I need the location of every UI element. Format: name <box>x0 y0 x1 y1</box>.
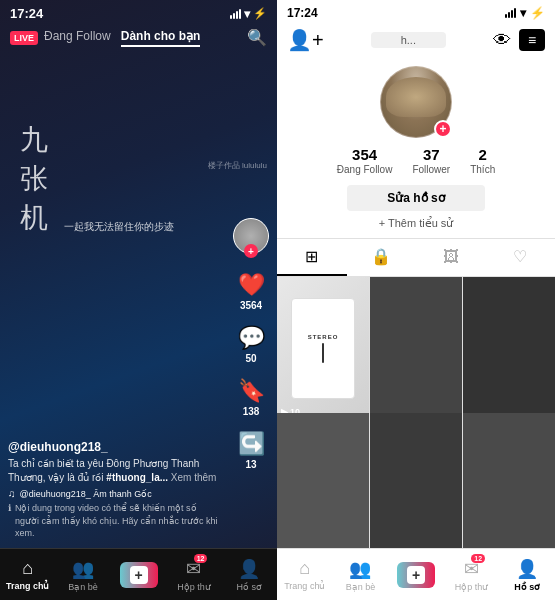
right-status-icons: ▾ ⚡ <box>505 6 545 20</box>
profile-plus-icon[interactable]: + <box>434 120 452 138</box>
photo-icon: 🖼 <box>443 248 459 266</box>
add-bio-button[interactable]: + Thêm tiểu sử <box>379 217 454 230</box>
right-nav-profile[interactable]: 👤 Hồ sơ <box>499 558 555 592</box>
stats-row: 354 Đang Follow 37 Follower 2 Thích <box>287 146 545 175</box>
following-label: Đang Follow <box>337 164 393 175</box>
r-plus-icon: + <box>407 566 425 584</box>
left-panel: 17:24 ▾ ⚡ LIVE Đang Follow Dành cho bạn … <box>0 0 277 600</box>
sound-name[interactable]: @dieuhuong218_ Âm thanh Gốc <box>20 489 152 499</box>
right-time: 17:24 <box>287 6 318 20</box>
comment-action[interactable]: 💬 50 <box>238 325 265 364</box>
profile-label: Hồ sơ <box>237 582 263 592</box>
r-add-button[interactable]: + <box>397 562 435 588</box>
video-thumbnail-3[interactable] <box>463 277 555 420</box>
like-action[interactable]: ❤️ 3564 <box>238 272 265 311</box>
video-thumbnail-6[interactable] <box>463 413 555 548</box>
tab-for-you[interactable]: Dành cho bạn <box>121 29 201 47</box>
following-count: 354 <box>352 146 377 163</box>
share-count: 13 <box>245 459 256 470</box>
video-description: Ta chỉ cần biết ta yêu Đông Phương Thanh… <box>8 457 222 485</box>
earphone-cord <box>322 343 324 363</box>
r-home-label: Trang chủ <box>284 581 325 591</box>
right-nav-add[interactable]: + <box>388 562 444 588</box>
eye-icon[interactable]: 👁 <box>493 30 511 51</box>
tab-following[interactable]: Đang Follow <box>44 29 111 47</box>
followers-label: Follower <box>412 164 450 175</box>
left-nav-add[interactable]: + <box>111 562 166 588</box>
friends-label: Bạn bè <box>68 582 98 592</box>
video-thumbnail-5[interactable] <box>370 413 462 548</box>
left-status-icons: ▾ ⚡ <box>230 7 267 21</box>
r-home-icon: ⌂ <box>299 558 310 579</box>
inbox-label: Hộp thư <box>177 582 211 592</box>
comment-count: 50 <box>245 353 256 364</box>
r-friends-label: Bạn bè <box>346 582 376 592</box>
comment-icon: 💬 <box>238 325 265 351</box>
left-nav-home[interactable]: ⌂ Trang chủ <box>0 558 55 591</box>
tab-grid[interactable]: ⊞ <box>277 239 347 276</box>
profile-icon: 👤 <box>238 558 260 580</box>
add-button[interactable]: + <box>120 562 158 588</box>
video-username[interactable]: @dieuhuong218_ <box>8 440 222 454</box>
right-top-icons: 👁 ≡ <box>493 29 545 51</box>
hashtag[interactable]: #thuong_la... <box>106 472 168 483</box>
tab-photo[interactable]: 🖼 <box>416 239 486 276</box>
menu-button[interactable]: ≡ <box>519 29 545 51</box>
username-display: h... <box>371 32 446 48</box>
left-nav-friends[interactable]: 👥 Bạn bè <box>55 558 110 592</box>
see-more-link[interactable]: Xem thêm <box>171 472 217 483</box>
bookmark-count: 138 <box>243 406 260 417</box>
search-icon[interactable]: 🔍 <box>247 28 267 47</box>
warning-row: ℹ Nội dung trong video có thể sẽ khiến m… <box>8 502 222 540</box>
content-tabs: ⊞ 🔒 🖼 ♡ <box>277 238 555 277</box>
follow-plus-icon[interactable]: + <box>244 244 258 258</box>
watermark: 楼子作品 lulululu <box>208 160 267 171</box>
signal-icon <box>230 9 241 19</box>
left-nav-inbox[interactable]: ✉ 12 Hộp thư <box>166 558 221 592</box>
battery-icon: ⚡ <box>253 7 267 20</box>
heart-icon: ❤️ <box>238 272 265 298</box>
likes-label: Thích <box>470 164 495 175</box>
likes-count: 2 <box>479 146 487 163</box>
tab-heart[interactable]: ♡ <box>486 239 556 276</box>
profile-add-icon[interactable]: 👤+ <box>287 28 324 52</box>
share-action[interactable]: ↪️ 13 <box>238 431 265 470</box>
r-inbox-label: Hộp thư <box>455 582 489 592</box>
left-bottom-nav: ⌂ Trang chủ 👥 Bạn bè + ✉ 12 Hộp thư 👤 Hồ… <box>0 548 277 600</box>
video-thumbnail-4[interactable] <box>277 413 369 548</box>
home-label: Trang chủ <box>6 581 50 591</box>
home-icon: ⌂ <box>22 558 33 579</box>
inbox-wrap: ✉ 12 <box>186 558 201 580</box>
creator-avatar-wrap[interactable]: + <box>233 218 269 254</box>
followers-stat: 37 Follower <box>412 146 450 175</box>
inbox-badge: 12 <box>194 554 208 563</box>
bookmark-action[interactable]: 🔖 138 <box>238 378 265 417</box>
right-top-bar: 👤+ h... 👁 ≡ <box>277 24 555 56</box>
likes-stat: 2 Thích <box>470 146 495 175</box>
r-inbox-badge: 12 <box>471 554 485 563</box>
r-inbox-wrap: ✉ 12 <box>464 558 479 580</box>
left-nav-profile[interactable]: 👤 Hồ sơ <box>222 558 277 592</box>
grid-icon: ⊞ <box>305 247 318 266</box>
video-thumbnail-2[interactable] <box>370 277 462 420</box>
wifi-icon: ▾ <box>244 7 250 21</box>
video-thumbnail-1[interactable]: STEREO ▶ 10 <box>277 277 369 420</box>
r-friends-icon: 👥 <box>349 558 371 580</box>
video-grid: STEREO ▶ 10 <box>277 277 555 548</box>
share-icon: ↪️ <box>238 431 265 457</box>
right-nav-inbox[interactable]: ✉ 12 Hộp thư <box>444 558 500 592</box>
edit-profile-button[interactable]: Sửa hồ sơ <box>347 185 484 211</box>
tab-lock[interactable]: 🔒 <box>347 239 417 276</box>
earphone-product-image: STEREO <box>277 277 369 420</box>
live-badge[interactable]: LIVE <box>10 31 38 45</box>
lock-icon: 🔒 <box>371 247 391 266</box>
right-nav-friends[interactable]: 👥 Bạn bè <box>333 558 389 592</box>
right-bottom-nav: ⌂ Trang chủ 👥 Bạn bè + ✉ 12 Hộp thư 👤 Hồ… <box>277 548 555 600</box>
right-status-bar: 17:24 ▾ ⚡ <box>277 0 555 24</box>
product-box: STEREO <box>291 298 355 398</box>
profile-avatar-wrap: + <box>380 66 452 138</box>
right-nav-home[interactable]: ⌂ Trang chủ <box>277 558 333 591</box>
heart-outline-icon: ♡ <box>513 247 527 266</box>
right-battery-icon: ⚡ <box>530 6 545 20</box>
video-info: @dieuhuong218_ Ta chỉ cần biết ta yêu Đô… <box>8 440 222 540</box>
